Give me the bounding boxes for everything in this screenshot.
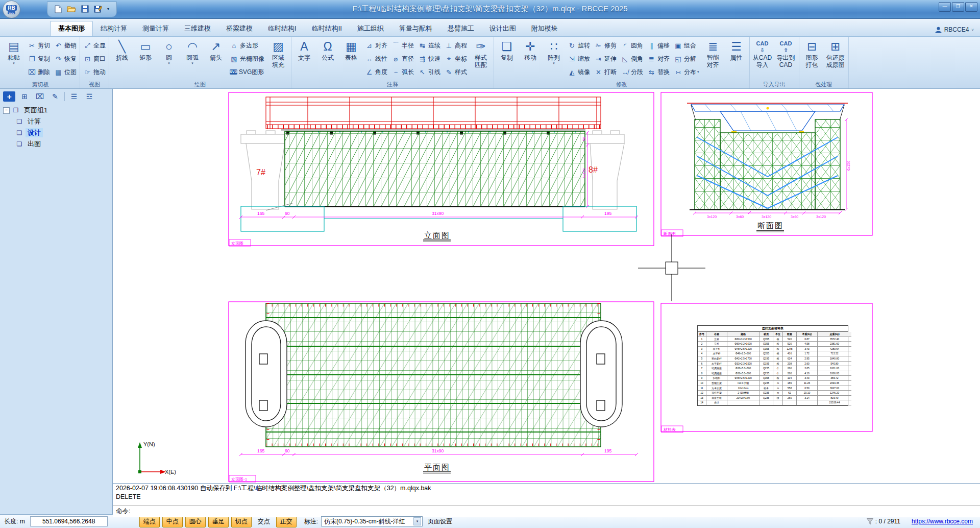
mod-move-button[interactable]: ✛移动: [519, 38, 542, 81]
group-button[interactable]: ▣组合: [672, 39, 701, 52]
svg-graphic-button[interactable]: SVGSVG图形: [228, 65, 266, 79]
scaffold-section[interactable]: [690, 119, 845, 210]
explode-button[interactable]: ◱分解: [672, 52, 701, 65]
open-file-icon[interactable]: [67, 5, 76, 13]
cad-export-button[interactable]: CAD ⇧导出到CAD: [774, 38, 798, 81]
save-as-icon[interactable]: [94, 5, 102, 13]
copy-button[interactable]: ❐复制: [26, 52, 52, 65]
snap-intersection-toggle[interactable]: 交点: [254, 516, 274, 527]
dim-angle-button[interactable]: ∠角度: [363, 65, 389, 79]
tree-item-plot[interactable]: ❏出图: [15, 139, 112, 149]
region-fill-button[interactable]: ▨区域填充: [266, 38, 290, 81]
tree-root-label[interactable]: 页面组1: [22, 106, 50, 115]
drawing-svg[interactable]: 165 60 31x90 195 50 4x150 7# 8# 立面图: [113, 89, 980, 483]
collapse-tree-icon[interactable]: ☲: [83, 91, 95, 102]
tab-cantilever-constr[interactable]: 悬臂施工: [440, 21, 482, 36]
offset-button[interactable]: ∥偏移: [645, 39, 672, 52]
user-account[interactable]: RBCCE4 ˅: [935, 26, 974, 33]
mirror-button[interactable]: ◭镜像: [566, 65, 592, 79]
dim-style-button[interactable]: ✎样式: [443, 65, 469, 79]
arrow-button[interactable]: ↗箭头: [204, 38, 228, 81]
tree-item-label[interactable]: 计算: [26, 117, 43, 126]
section-view-drawing[interactable]: 3x120 3x60 3x120 3x60 3x120 6x150 断面图: [661, 92, 872, 236]
add-subpage-icon[interactable]: ⊞: [18, 91, 31, 102]
website-link[interactable]: https://www.rbcce.com: [912, 518, 973, 525]
chamfer-button[interactable]: ◺倒角: [619, 52, 645, 65]
tab-temp-structure-2[interactable]: 临时结构II: [304, 21, 350, 36]
delete-button[interactable]: ⌧删除: [26, 65, 52, 79]
formula-button[interactable]: Ω公式: [316, 38, 339, 81]
circle-button[interactable]: ○圆▾: [157, 38, 181, 81]
properties-button[interactable]: ☰属性: [725, 38, 748, 81]
tab-survey-calc[interactable]: 测量计算: [135, 21, 177, 36]
pan-button[interactable]: ☞拖动: [81, 65, 108, 79]
dim-coordinate-button[interactable]: ⌖坐标: [443, 52, 469, 65]
dim-continue-button[interactable]: ↹连续: [416, 39, 443, 52]
style-match-button[interactable]: ✑样式匹配: [469, 38, 493, 81]
app-logo-icon[interactable]: RB CCE: [3, 1, 20, 18]
scale-button[interactable]: ⇲缩放: [566, 52, 592, 65]
tree-item-label[interactable]: 出图: [26, 139, 43, 149]
dim-elevation-button[interactable]: ⊥高程: [443, 39, 469, 52]
raster-image-button[interactable]: ▧光栅图像: [228, 52, 266, 65]
add-page-icon[interactable]: ＋: [3, 91, 15, 102]
zoom-window-button[interactable]: ⊡窗口: [81, 52, 108, 65]
polyline-button[interactable]: ╲折线: [110, 38, 134, 81]
rectangle-button[interactable]: ▭矩形: [134, 38, 157, 81]
command-area[interactable]: 2026-02-07 19:06:08.430190 自动保存到 F:\工程\临…: [113, 483, 980, 517]
text-button[interactable]: A文字: [292, 38, 316, 81]
dim-arclength-button[interactable]: ⌢弧长: [389, 65, 416, 79]
dim-align-button[interactable]: ⊿对齐: [363, 39, 389, 52]
save-icon[interactable]: [81, 5, 89, 13]
dim-style-select[interactable]: 仿宋(0.75)-0.35-cm-斜线-洋红 ▾: [321, 516, 423, 526]
scaffold-elevation[interactable]: [285, 131, 585, 206]
delete-page-icon[interactable]: ⌧: [34, 91, 46, 102]
pack-graphics-button[interactable]: ⊟图形打包: [800, 38, 824, 81]
mod-array-button[interactable]: ∷阵列▾: [542, 38, 566, 81]
command-prompt[interactable]: 命令:: [113, 506, 980, 517]
polygon-button[interactable]: ⌂多边形: [228, 39, 266, 52]
filter-counter[interactable]: : 0 / 2911: [867, 518, 900, 525]
foundation-outline[interactable]: [241, 206, 636, 231]
tree-item-calc[interactable]: ❏计算: [15, 117, 112, 126]
tab-construction-org[interactable]: 施工组织: [350, 21, 391, 36]
drawing-canvas[interactable]: 165 60 31x90 195 50 4x150 7# 8# 立面图: [113, 89, 980, 483]
table-button[interactable]: ▦表格: [339, 38, 363, 81]
tab-basic-graphics[interactable]: 基本图形: [50, 21, 93, 36]
minimize-button[interactable]: —: [939, 2, 951, 12]
distribute-button[interactable]: ∺分布▾: [672, 65, 701, 79]
dim-quick-button[interactable]: ⇶快速: [416, 52, 443, 65]
rename-page-icon[interactable]: ✎: [49, 91, 61, 102]
girder-elevation[interactable]: [266, 97, 601, 129]
rotate-button[interactable]: ↻旋转: [566, 39, 592, 52]
dim-diameter-button[interactable]: ⌀直径: [389, 52, 416, 65]
expand-tree-icon[interactable]: ☰: [68, 91, 80, 102]
tab-modeling-3d[interactable]: 三维建模: [177, 21, 218, 36]
trim-button[interactable]: ✁修剪: [592, 39, 619, 52]
replace-button[interactable]: ⇆替换: [645, 65, 672, 79]
tab-design-output[interactable]: 设计出图: [482, 21, 524, 36]
break-button[interactable]: ✕打断: [592, 65, 619, 79]
smart-align-button[interactable]: ≣智能对齐: [701, 38, 725, 81]
tree-root-row[interactable]: − ❐ 页面组1: [3, 106, 112, 115]
elevation-view-drawing[interactable]: 165 60 31x90 195 50 4x150 7# 8# 立面图: [229, 92, 654, 246]
tab-structure-calc[interactable]: 结构计算: [93, 21, 135, 36]
bitmap-button[interactable]: ▦位图: [52, 65, 79, 79]
cut-button[interactable]: ✂剪切: [26, 39, 52, 52]
plan-view-drawing[interactable]: 165 60 31x90 195 平面图 立面图-1: [229, 302, 654, 482]
qat-dropdown-icon[interactable]: ▾: [107, 7, 109, 11]
tab-addon-modules[interactable]: 附加模块: [524, 21, 566, 36]
fillet-button[interactable]: ◜圆角: [619, 39, 645, 52]
dim-linear-button[interactable]: ↔线性: [363, 52, 389, 65]
new-file-icon[interactable]: [55, 5, 62, 13]
tree-item-label[interactable]: 设计: [26, 128, 43, 137]
undo-button[interactable]: ↶撤销: [52, 39, 79, 52]
close-button[interactable]: ✕: [965, 2, 977, 12]
tab-quantity-material[interactable]: 算量与配料: [391, 21, 440, 36]
tab-bridge-modeling[interactable]: 桥梁建模: [218, 21, 260, 36]
tree-item-design[interactable]: ❏设计: [15, 128, 112, 137]
segment-button[interactable]: ↮分段: [619, 65, 645, 79]
mod-copy-button[interactable]: ❏复制: [495, 38, 519, 81]
plan-dimensions[interactable]: 165 60 31x90 195: [239, 448, 638, 456]
extend-button[interactable]: ⇥延伸: [592, 52, 619, 65]
